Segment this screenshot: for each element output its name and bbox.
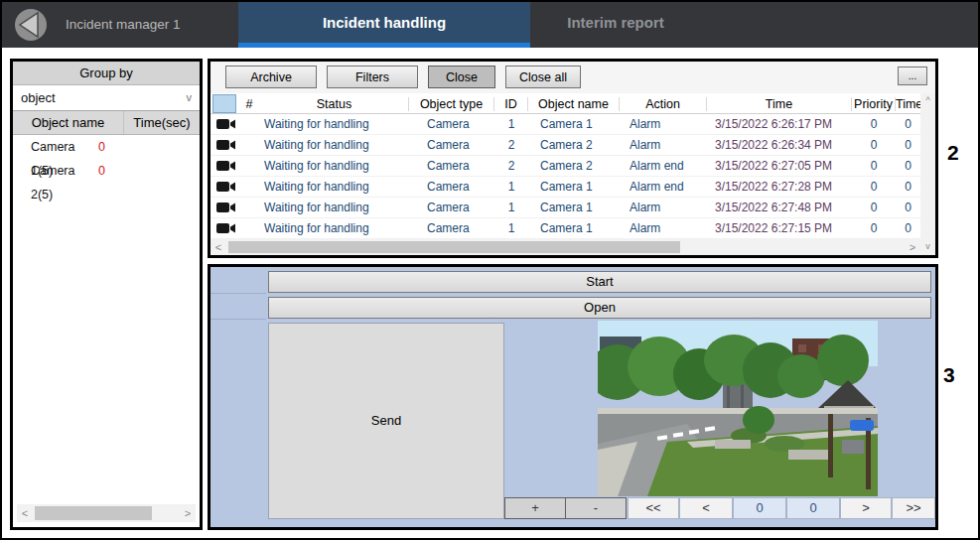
object-name-cell: Camera 2 [528,138,620,152]
scroll-up-icon[interactable]: ^ [920,93,935,107]
object-type-cell: Camera [409,180,494,194]
zoom-out-button[interactable]: - [565,497,627,519]
id-cell: 2 [494,159,528,173]
object-type-cell: Camera [409,221,494,235]
archive-button[interactable]: Archive [225,66,317,88]
incident-row[interactable]: Waiting for handling Camera 1 Camera 1 A… [210,198,920,218]
incident-grid: # Status Object type ID Object name Acti… [210,93,920,239]
object-type-cell: Camera [409,138,494,152]
scroll-left-icon[interactable]: < [210,238,226,256]
time2-cell: 0 [896,117,920,131]
close-button[interactable]: Close [428,66,495,88]
start-button[interactable]: Start [268,271,931,293]
camera-icon [216,118,236,130]
more-options-button[interactable]: ... [898,67,927,85]
camera-icon [216,222,236,234]
status-cell: Waiting for handling [260,117,409,131]
incident-row[interactable]: Waiting for handling Camera 1 Camera 1 A… [210,114,920,135]
group-row-camera2[interactable]: Camera 2(5) 0 [13,159,200,183]
camera-icon [216,181,236,193]
time-cell: 3/15/2022 6:27:28 PM [707,180,852,194]
column-time[interactable]: Time [707,97,852,111]
action-cell: Alarm [620,221,707,235]
camera-icon [216,160,236,172]
group-by-dropdown-value: object [21,90,56,105]
column-status[interactable]: Status [260,97,409,111]
group-by-header: Group by [13,62,200,85]
status-cell: Waiting for handling [260,221,409,235]
scroll-right-icon[interactable]: > [905,238,920,256]
time2-cell: 0 [896,180,920,194]
incident-row[interactable]: Waiting for handling Camera 1 Camera 1 A… [210,218,920,239]
status-cell: Waiting for handling [260,180,409,194]
handling-panel: Start Open Send [208,264,938,530]
step-back-button[interactable]: < [679,497,733,519]
object-name-cell: Camera 1 [528,117,620,131]
incident-row[interactable]: Waiting for handling Camera 2 Camera 2 A… [210,135,920,156]
column-time2[interactable]: Time( [896,97,920,111]
zoom-in-button[interactable]: + [504,497,566,519]
tab-incident-handling[interactable]: Incident handling [238,2,530,48]
fast-forward-button[interactable]: >> [892,497,935,519]
app-logo-icon [14,8,48,42]
group-table-header: Object name Time(sec) [13,111,200,135]
priority-cell: 0 [852,180,896,194]
object-name-cell: Camera 1 [528,201,620,214]
incident-vertical-scrollbar[interactable]: ^ v [920,93,935,255]
column-priority[interactable]: Priority [852,97,896,111]
object-type-cell: Camera [409,201,494,214]
send-button[interactable]: Send [268,323,504,519]
camera-icon [216,202,236,213]
action-cell: Alarm [620,117,707,131]
incident-horizontal-scrollbar[interactable]: < > [210,239,920,255]
priority-cell: 0 [852,221,896,235]
object-name: Camera 2(5) [31,159,92,183]
group-by-dropdown[interactable]: object v [13,85,200,111]
object-type-cell: Camera [409,159,494,173]
title-bar: Incident manager 1 Incident handling Int… [2,2,978,48]
incident-grid-header: # Status Object type ID Object name Acti… [210,93,920,114]
select-column-header[interactable] [212,94,236,113]
tab-interim-report[interactable]: Interim report [530,2,701,48]
object-name: Camera 1(5) [31,135,92,159]
time-cell: 3/15/2022 6:26:17 PM [707,117,852,131]
column-time-sec: Time(sec) [124,111,200,134]
object-name-cell: Camera 1 [528,180,620,194]
rewind-button[interactable]: << [628,497,679,519]
scroll-down-icon[interactable]: v [920,239,935,253]
handling-left-column [210,267,266,527]
filters-button[interactable]: Filters [327,66,418,88]
scrollbar-thumb[interactable] [35,506,152,520]
incident-manager-window: Incident manager 1 Incident handling Int… [0,0,980,540]
object-type-cell: Camera [409,117,494,131]
scrollbar-thumb[interactable] [228,241,680,253]
step-forward-button[interactable]: > [840,497,892,519]
annotation-label-2: 2 [947,141,959,165]
group-horizontal-scrollbar[interactable]: < > [17,504,196,522]
column-object-type[interactable]: Object type [409,97,494,111]
action-cell: Alarm end [620,180,707,194]
incident-row[interactable]: Waiting for handling Camera 1 Camera 1 A… [210,177,920,198]
close-all-button[interactable]: Close all [505,66,581,88]
open-button[interactable]: Open [268,297,931,319]
scroll-right-icon[interactable]: > [180,504,196,522]
action-cell: Alarm [620,138,707,152]
status-cell: Waiting for handling [260,159,409,173]
time2-cell: 0 [896,201,920,214]
time2-cell: 0 [896,138,920,152]
incident-row[interactable]: Waiting for handling Camera 2 Camera 2 A… [210,156,920,177]
column-object-name[interactable]: Object name [528,97,620,111]
tab-label: Interim report [567,14,664,31]
column-id[interactable]: ID [494,97,528,111]
time2-cell: 0 [896,159,920,173]
column-action[interactable]: Action [620,97,707,111]
left-cell [210,267,266,294]
camera-video-frame [598,321,878,496]
group-row-camera1[interactable]: Camera 1(5) 0 [13,135,200,159]
priority-cell: 0 [852,201,896,214]
id-cell: 1 [494,180,528,194]
object-name-cell: Camera 1 [528,221,620,235]
action-cell: Alarm end [620,159,707,173]
status-cell: Waiting for handling [260,201,409,214]
scroll-left-icon[interactable]: < [17,504,33,522]
